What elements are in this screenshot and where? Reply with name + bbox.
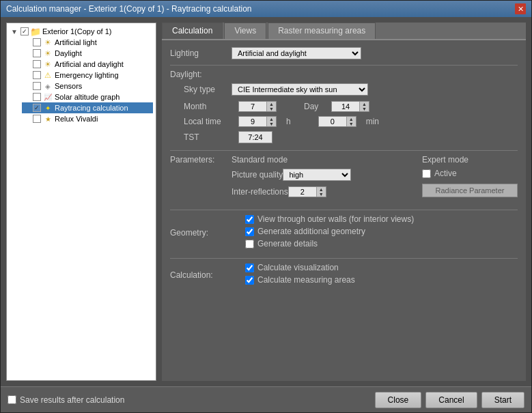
tabs-bar: Calculation Views Raster measuring areas [162, 23, 526, 40]
tab-calculation[interactable]: Calculation [162, 23, 223, 39]
cancel-button[interactable]: Cancel [425, 392, 477, 408]
cb-1[interactable] [33, 49, 41, 57]
day-input[interactable]: 14 [332, 102, 359, 111]
day-label: Day [304, 102, 324, 111]
tree-item-2[interactable]: ☀ Artificial and daylight [22, 59, 153, 70]
month-input[interactable]: 7 [239, 102, 266, 111]
calculation-section: Calculation: Calculate visualization Cal… [170, 263, 518, 287]
sky-type-label: Sky type [184, 85, 232, 94]
save-results-checkbox[interactable] [8, 395, 16, 404]
geom-label-2: Generate details [257, 239, 318, 248]
ir-up-btn[interactable]: ▲ [316, 187, 326, 192]
cb-4[interactable] [33, 82, 41, 90]
tab-raster[interactable]: Raster measuring areas [268, 23, 376, 39]
calc-cb-1[interactable] [245, 276, 254, 285]
window-title: Calculation manager - Exterior 1(Copy of… [6, 4, 252, 14]
tree-root[interactable]: ▼ ✓ 📁 Exterior 1(Copy of 1) [10, 26, 153, 37]
month-spinbox-btns: ▲ ▼ [266, 102, 276, 111]
month-down-btn[interactable]: ▼ [266, 106, 276, 111]
window-body: ▼ ✓ 📁 Exterior 1(Copy of 1) ☀ Artificial… [1, 17, 531, 386]
tab-views[interactable]: Views [224, 23, 266, 39]
min-up-btn[interactable]: ▲ [346, 117, 356, 122]
localtime-down-btn[interactable]: ▼ [266, 122, 276, 126]
month-label: Month [184, 102, 232, 111]
geometry-row: Geometry: View through outer walls (for … [170, 214, 518, 251]
localtime-input[interactable]: 9 [239, 117, 266, 126]
tree-label-1: Daylight [55, 49, 152, 57]
cb-5[interactable] [33, 93, 41, 101]
calc-check-0: Calculate visualization [245, 263, 355, 272]
local-time-label: Local time [184, 117, 232, 126]
picture-quality-label: Picture quality [232, 170, 283, 180]
sun-icon-2: ☀ [42, 59, 53, 69]
geom-cb-1[interactable] [245, 227, 254, 236]
folder-icon: 📁 [30, 27, 41, 36]
tree-label-5: Solar altitude graph [55, 93, 152, 101]
cb-0[interactable] [33, 38, 41, 46]
bottom-buttons: Close Cancel Start [375, 392, 524, 408]
divider-2 [170, 150, 518, 151]
tree-item-1[interactable]: ☀ Daylight [22, 48, 153, 59]
cb-7[interactable] [33, 115, 41, 123]
tree-item-3[interactable]: ⚠ Emergency lighting [22, 70, 153, 81]
root-checkbox[interactable]: ✓ [20, 27, 29, 35]
ir-down-btn[interactable]: ▼ [316, 192, 326, 197]
calculation-row: Calculation: Calculate visualization Cal… [170, 263, 518, 287]
localtime-up-btn[interactable]: ▲ [266, 117, 276, 122]
sky-type-select[interactable]: CIE Intermediate sky with sun CIE Clear … [232, 83, 368, 96]
calc-label-1: Calculate measuring areas [257, 275, 355, 285]
calculation-checks: Calculate visualization Calculate measur… [232, 263, 355, 287]
root-label: Exterior 1(Copy of 1) [42, 27, 152, 35]
close-button[interactable]: Close [375, 392, 422, 408]
tree-panel: ▼ ✓ 📁 Exterior 1(Copy of 1) ☀ Artificial… [6, 23, 156, 381]
relux-icon: ★ [42, 114, 53, 124]
tree-label-3: Emergency lighting [55, 71, 152, 79]
divider-1 [170, 65, 518, 66]
calc-cb-0[interactable] [245, 264, 254, 272]
lighting-row: Lighting Artificial and daylight Artific… [170, 47, 518, 59]
tree-label-4: Sensors [55, 82, 152, 90]
lighting-select[interactable]: Artificial and daylight Artificial light… [232, 47, 361, 59]
calculation-label: Calculation: [170, 270, 232, 280]
expert-mode-label: Expert mode [422, 155, 518, 165]
min-input[interactable]: 0 [319, 117, 346, 126]
tree-label-0: Artificial light [55, 38, 152, 46]
geom-cb-0[interactable] [245, 215, 254, 224]
cb-3[interactable] [33, 71, 41, 79]
tree-item-4[interactable]: ◈ Sensors [22, 81, 153, 91]
divider-3 [170, 210, 518, 210]
geom-label-1: Generate additional geometry [257, 227, 365, 236]
min-down-btn[interactable]: ▼ [346, 122, 356, 126]
tst-row: TST 7:24 [170, 131, 518, 143]
geometry-section: Geometry: View through outer walls (for … [170, 214, 518, 251]
tree-item-0[interactable]: ☀ Artificial light [22, 37, 153, 48]
parameters-label: Parameters: [170, 155, 232, 165]
start-button[interactable]: Start [481, 392, 524, 408]
radiance-parameter-button[interactable]: Radiance Parameter [422, 184, 518, 197]
localtime-spinbox: 9 ▲ ▼ [238, 116, 277, 127]
active-checkbox[interactable] [422, 169, 431, 178]
active-label: Active [434, 169, 457, 178]
local-time-row: Local time 9 ▲ ▼ h 0 [170, 116, 518, 127]
picture-quality-select[interactable]: high medium low [283, 169, 351, 181]
expand-icon: ▼ [11, 28, 20, 35]
inter-reflections-input[interactable]: 2 [289, 187, 316, 197]
month-up-btn[interactable]: ▲ [266, 102, 276, 106]
cb-2[interactable] [33, 60, 41, 68]
day-up-btn[interactable]: ▲ [359, 102, 369, 106]
geom-check-1: Generate additional geometry [245, 227, 414, 236]
lighting-label: Lighting [170, 48, 232, 58]
min-spinbox-btns: ▲ ▼ [346, 117, 356, 126]
geom-check-0: View through outer walls (for interior v… [245, 214, 414, 224]
tree-item-5[interactable]: 📈 Solar altitude graph [22, 91, 153, 102]
sun-icon-1: ☀ [42, 48, 53, 58]
month-day-row: Month 7 ▲ ▼ Day 14 [170, 101, 518, 112]
sky-type-row: Sky type CIE Intermediate sky with sun C… [170, 83, 518, 96]
cb-6[interactable]: ✓ [33, 104, 41, 112]
geom-cb-2[interactable] [245, 240, 254, 248]
close-window-button[interactable]: ✕ [515, 3, 526, 14]
tree-item-7[interactable]: ★ Relux Vivaldi [22, 113, 153, 124]
tree-item-6[interactable]: ✓ ✦ Raytracing calculation [22, 102, 153, 113]
tab-content-calculation: Lighting Artificial and daylight Artific… [162, 40, 526, 381]
day-down-btn[interactable]: ▼ [359, 106, 369, 111]
